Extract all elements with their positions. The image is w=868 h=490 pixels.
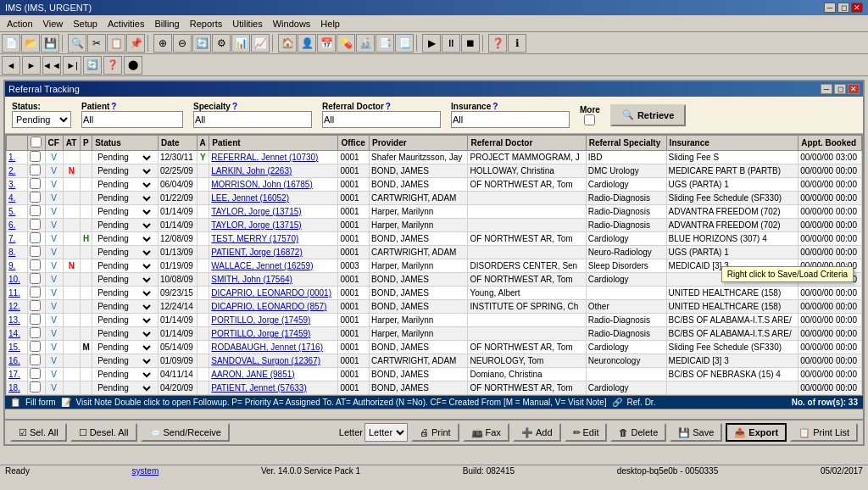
row-checkbox-cell[interactable] (27, 368, 45, 381)
tb2-back2-btn[interactable]: ◄◄ (42, 56, 61, 75)
row-status-select[interactable]: Pending (94, 206, 153, 218)
edit-button[interactable]: ✏ Edit (565, 423, 608, 442)
status-select[interactable]: Pending All Complete (12, 111, 71, 128)
tb-btn-10[interactable]: ⚙ (212, 34, 231, 53)
app-close-btn[interactable]: ✕ (851, 3, 863, 13)
row-number[interactable]: 17. (7, 368, 28, 381)
row-patient[interactable]: PATIENT, Jennet (57633) (209, 381, 338, 395)
row-checkbox-cell[interactable] (27, 354, 45, 368)
send-receive-button[interactable]: 📨 Send/Receive (141, 423, 231, 442)
delete-button[interactable]: 🗑 Delete (610, 423, 666, 442)
tb-btn-9[interactable]: 🔄 (192, 34, 211, 53)
row-status-select[interactable]: Pending (94, 369, 153, 381)
save-button[interactable]: 💾 Save (670, 423, 722, 442)
row-checkbox[interactable] (30, 341, 41, 352)
tb-btn-5[interactable]: 📋 (107, 34, 125, 53)
row-patient[interactable]: DICAPRIO, LEONARDO (857) (209, 300, 338, 314)
row-number[interactable]: 16. (7, 354, 28, 368)
row-patient[interactable]: TAYLOR, Jorge (13715) (209, 219, 338, 232)
row-patient[interactable]: TAYLOR, Jorge (13715) (209, 205, 338, 219)
row-checkbox-cell[interactable] (27, 205, 45, 219)
row-number[interactable]: 12. (7, 300, 28, 314)
row-checkbox-cell[interactable] (27, 300, 45, 314)
tb-btn-22[interactable]: ⏹ (461, 34, 480, 53)
row-number[interactable]: 2. (7, 164, 28, 178)
tb-btn-18[interactable]: 📑 (376, 34, 394, 53)
patient-help-icon[interactable]: ? (111, 102, 116, 111)
row-checkbox[interactable] (30, 381, 41, 393)
row-status-select[interactable]: Pending (94, 165, 153, 177)
row-status-select[interactable]: Pending (94, 301, 153, 313)
specialty-help-icon[interactable]: ? (232, 102, 237, 111)
print-button[interactable]: 🖨 Print (411, 423, 459, 442)
tb-new-btn[interactable]: 📄 (2, 34, 20, 53)
row-checkbox-cell[interactable] (27, 273, 45, 287)
row-patient[interactable]: REFERRAL, Jennet (10730) (209, 151, 338, 164)
tb-btn-15[interactable]: 📅 (317, 34, 336, 53)
row-patient[interactable]: MORRISON, John (16785) (209, 178, 338, 192)
row-checkbox[interactable] (30, 259, 41, 270)
row-checkbox[interactable] (30, 151, 41, 162)
row-number[interactable]: 8. (7, 246, 28, 259)
menu-utilities[interactable]: Utilities (227, 17, 267, 31)
select-all-cb[interactable] (31, 136, 42, 148)
row-status-select[interactable]: Pending (94, 274, 153, 286)
tb-btn-13[interactable]: 🏠 (278, 34, 297, 53)
row-checkbox-cell[interactable] (27, 192, 45, 205)
row-number[interactable]: 3. (7, 178, 28, 192)
tb-btn-8[interactable]: ⊖ (173, 34, 192, 53)
row-status-select[interactable]: Pending (94, 152, 153, 164)
row-patient[interactable]: DICAPRIO, LEONARDO (0001) (209, 287, 338, 300)
row-checkbox[interactable] (30, 300, 41, 311)
tb-btn-7[interactable]: ⊕ (153, 34, 172, 53)
row-checkbox[interactable] (30, 178, 41, 189)
row-status-select[interactable]: Pending (94, 287, 153, 299)
tb-help-btn[interactable]: ❓ (488, 34, 507, 53)
tb2-back-btn[interactable]: ◄ (2, 56, 20, 75)
menu-reports[interactable]: Reports (185, 17, 228, 31)
row-number[interactable]: 15. (7, 341, 28, 354)
tb2-help2-btn[interactable]: ❓ (103, 56, 122, 75)
desel-all-button[interactable]: ☐ Desel. All (70, 423, 137, 442)
row-status-select[interactable]: Pending (94, 220, 153, 231)
row-status-select[interactable]: Pending (94, 233, 153, 245)
tb-btn-3[interactable]: 🔍 (68, 34, 86, 53)
menu-windows[interactable]: Windows (268, 17, 316, 31)
menu-activities[interactable]: Activities (103, 17, 149, 31)
row-checkbox[interactable] (30, 192, 41, 203)
row-checkbox-cell[interactable] (27, 381, 45, 395)
menu-help[interactable]: Help (315, 17, 345, 31)
row-number[interactable]: 4. (7, 192, 28, 205)
row-status-select[interactable]: Pending (94, 179, 153, 191)
row-checkbox[interactable] (30, 232, 41, 243)
row-status-select[interactable]: Pending (94, 247, 153, 259)
row-patient[interactable]: SMITH, John (17564) (209, 273, 338, 287)
tb-open-btn[interactable]: 📂 (21, 34, 40, 53)
tb-btn-17[interactable]: 🔬 (356, 34, 375, 53)
row-status-select[interactable]: Pending (94, 355, 153, 367)
row-checkbox[interactable] (30, 273, 41, 284)
sel-all-button[interactable]: ☑ Sel. All (10, 423, 67, 442)
row-status-select[interactable]: Pending (94, 382, 153, 394)
restore-btn[interactable]: ◻ (837, 3, 849, 13)
menu-billing[interactable]: Billing (149, 17, 184, 31)
tb-btn-14[interactable]: 👤 (298, 34, 316, 53)
tb2-forward2-btn[interactable]: ►| (63, 56, 81, 75)
row-checkbox[interactable] (30, 164, 41, 175)
row-checkbox-cell[interactable] (27, 341, 45, 354)
rt-close-btn[interactable]: ✕ (848, 84, 860, 94)
row-number[interactable]: 1. (7, 151, 28, 164)
row-checkbox[interactable] (30, 287, 41, 298)
row-patient[interactable]: LARKIN, John (2263) (209, 164, 338, 178)
print-list-button[interactable]: 📋 Print List (790, 423, 858, 442)
insurance-input[interactable] (451, 111, 570, 128)
row-status-select[interactable]: Pending (94, 192, 153, 204)
minimize-btn[interactable]: ─ (824, 3, 836, 13)
row-checkbox-cell[interactable] (27, 314, 45, 327)
row-number[interactable]: 6. (7, 219, 28, 232)
row-checkbox-cell[interactable] (27, 151, 45, 164)
rt-maximize-btn[interactable]: ◻ (834, 84, 846, 94)
tb-info-btn[interactable]: ℹ (508, 34, 526, 53)
export-button[interactable]: 📤 Export (726, 423, 787, 442)
row-checkbox-cell[interactable] (27, 246, 45, 259)
